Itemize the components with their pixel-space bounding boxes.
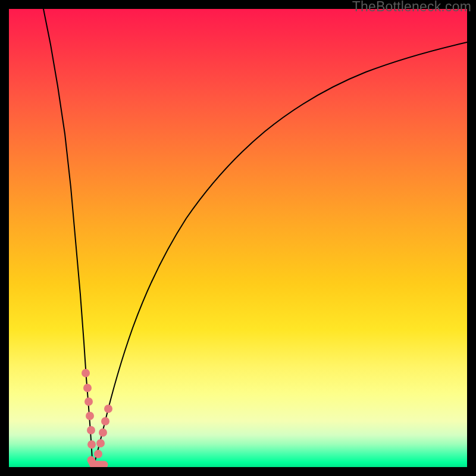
marker-right-3	[99, 428, 107, 437]
marker-right-2	[101, 417, 109, 425]
watermark-text: TheBottleneck.com	[352, 0, 471, 15]
marker-right-4	[96, 439, 105, 447]
marker-right-5	[94, 450, 102, 458]
marker-left-top	[82, 369, 90, 377]
marker-left-3	[84, 397, 93, 406]
marker-left-4	[86, 412, 94, 420]
marker-left-2	[83, 384, 92, 392]
data-markers	[9, 9, 467, 467]
marker-left-5	[87, 426, 95, 434]
marker-left-6	[87, 440, 96, 449]
marker-right-top	[104, 405, 112, 413]
chart-frame: TheBottleneck.com	[0, 0, 476, 476]
marker-elbow	[91, 460, 104, 465]
plot-area	[9, 9, 467, 467]
